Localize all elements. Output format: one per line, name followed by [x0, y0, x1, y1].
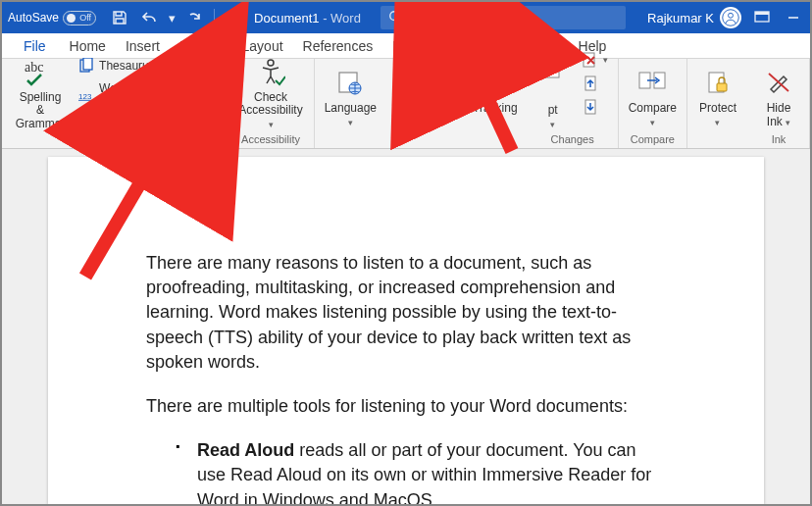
paragraph: There are multiple tools for listening t… — [146, 394, 666, 419]
group-protect: Protect▾ — [687, 59, 748, 148]
tab-mailings[interactable]: Mailings — [382, 33, 452, 58]
toggle-off-icon[interactable]: Off — [63, 11, 96, 25]
previous-change-button[interactable] — [581, 74, 610, 93]
tracking-button[interactable]: Tracking▾ — [469, 63, 522, 129]
svg-text:123: 123 — [78, 91, 92, 100]
page: There are many reasons to listen to a do… — [48, 157, 764, 504]
group-label-accessibility: Accessibility — [241, 131, 300, 146]
tab-review[interactable]: Review — [453, 31, 520, 59]
word-count-button[interactable]: 123 Word Count — [76, 79, 157, 111]
group-accessibility: CheckAccessibility ▾ Accessibility — [228, 59, 314, 148]
ribbon: abc Spelling &Grammar Thesaurus 123 Word… — [2, 59, 810, 149]
undo-icon[interactable] — [137, 6, 161, 29]
group-label-ink: Ink — [772, 131, 787, 146]
previous-icon — [583, 76, 598, 91]
next-change-button[interactable] — [581, 97, 610, 117]
thesaurus-icon — [78, 58, 94, 74]
document-title: Document1 - Word — [254, 11, 361, 25]
tab-design[interactable]: Design — [170, 33, 232, 58]
tab-help[interactable]: Help — [569, 33, 617, 58]
autosave-label: AutoSave — [8, 11, 59, 25]
group-proofing: abc Spelling &Grammar Thesaurus 123 Word… — [2, 59, 166, 148]
comments-button[interactable]: Comments▾ — [392, 63, 457, 129]
document-area[interactable]: There are many reasons to listen to a do… — [2, 149, 810, 504]
language-button[interactable]: Language▾ — [321, 63, 381, 129]
paragraph: There are many reasons to listen to a do… — [146, 251, 666, 375]
check-accessibility-button[interactable]: CheckAccessibility ▾ — [233, 52, 307, 131]
search-input[interactable] — [410, 11, 618, 25]
group-language: Language▾ — [315, 59, 386, 148]
group-label-proofing: Proofing — [66, 131, 106, 146]
comment-icon — [411, 67, 438, 98]
tab-insert[interactable]: Insert — [116, 33, 170, 58]
group-label-changes: Changes — [551, 131, 594, 146]
svg-line-1 — [398, 19, 402, 23]
svg-point-3 — [729, 13, 734, 18]
quick-access-toolbar: ▾ ▿ — [108, 6, 234, 29]
search-box[interactable] — [381, 6, 626, 29]
svg-rect-9 — [83, 58, 92, 70]
hide-ink-icon — [766, 67, 791, 98]
tab-home[interactable]: Home — [60, 33, 116, 58]
compare-icon — [637, 67, 667, 98]
list-item: Read Aloud reads all or part of your doc… — [179, 438, 666, 504]
accessibility-icon — [256, 56, 285, 87]
tab-layout[interactable]: Layout — [232, 33, 293, 58]
bullet-list: Read Aloud reads all or part of your doc… — [146, 438, 666, 504]
tab-references[interactable]: References — [293, 33, 383, 58]
compare-button[interactable]: Compare▾ — [625, 63, 681, 129]
group-label-speech: Speech — [178, 131, 215, 146]
protect-icon — [705, 67, 731, 98]
spelling-icon: abc — [24, 56, 57, 87]
accept-button[interactable]: . Acceptpt▾ — [533, 48, 573, 131]
read-aloud-button[interactable]: A ReadAloud — [172, 59, 221, 131]
language-icon — [336, 67, 364, 98]
group-comments: Comments▾ — [386, 59, 463, 148]
title-bar: AutoSave Off ▾ ▿ Document1 - Word Rajkum… — [2, 2, 810, 33]
redo-icon[interactable] — [182, 6, 206, 29]
group-tracking: Tracking▾ — [463, 59, 528, 148]
svg-rect-27 — [717, 83, 727, 91]
protect-button[interactable]: Protect▾ — [693, 63, 742, 129]
tab-file[interactable]: File — [16, 33, 60, 58]
spelling-grammar-button[interactable]: abc Spelling &Grammar — [12, 52, 69, 131]
minimize-icon[interactable] — [783, 11, 804, 25]
svg-point-0 — [390, 11, 399, 20]
user-name-label: Rajkumar K — [647, 11, 714, 25]
avatar-icon — [720, 7, 741, 28]
group-label-compare: Compare — [631, 131, 675, 146]
thesaurus-button[interactable]: Thesaurus — [76, 56, 157, 76]
search-icon — [388, 10, 402, 26]
group-compare: Compare▾ Compare — [619, 59, 687, 148]
svg-rect-5 — [755, 12, 769, 15]
account-user[interactable]: Rajkumar K — [647, 7, 741, 28]
group-speech: A ReadAloud Speech — [166, 59, 228, 148]
hide-ink-button[interactable]: HideInk ▾ — [754, 63, 803, 129]
qat-customize-icon[interactable]: ▿ — [223, 6, 234, 29]
next-icon — [583, 99, 598, 115]
chevron-down-icon[interactable]: ▾ — [167, 6, 177, 29]
read-aloud-icon: A — [178, 66, 214, 97]
save-icon[interactable] — [108, 6, 131, 29]
svg-text:abc: abc — [25, 60, 43, 75]
group-ink: HideInk ▾ Ink — [748, 59, 810, 148]
ribbon-tabs: File Home Insert Design Layout Reference… — [2, 33, 810, 59]
group-changes: . Acceptpt▾ ▾ — [528, 59, 619, 148]
word-count-icon: 123 — [78, 87, 94, 103]
ribbon-display-options-icon[interactable] — [751, 11, 773, 25]
svg-text:A: A — [178, 69, 194, 93]
tab-view[interactable]: View — [519, 33, 568, 58]
autosave-toggle[interactable]: AutoSave Off — [8, 11, 96, 25]
tracking-icon — [482, 67, 509, 98]
svg-point-13 — [268, 60, 274, 66]
